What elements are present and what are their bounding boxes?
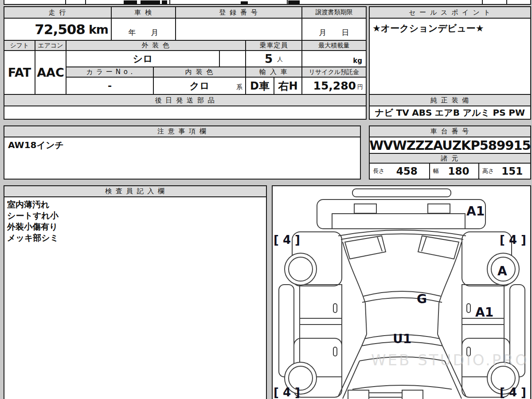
- dimension-height-cell: 高さ 151: [478, 163, 531, 180]
- cropped-text-fragment: [124, 0, 137, 4]
- dimension-length-label: 長さ: [370, 167, 384, 175]
- notes-value: AW18インチ: [4, 137, 361, 180]
- exterior-color-header: 外 装 色: [66, 40, 246, 51]
- cropped-text-fragment: [288, 0, 300, 4]
- divider: [85, 0, 86, 4]
- damage-mark-a1-rear: A1: [466, 204, 485, 219]
- rear-bar: [352, 189, 451, 197]
- hood-arc: [352, 385, 452, 389]
- capacity-header: 乗車定員: [245, 40, 302, 51]
- chassis-value: WVWZZZAUZKP589915: [369, 137, 531, 154]
- registration-header: 登 録 番 号: [175, 6, 302, 19]
- interior-color-header: 内 装 色: [153, 66, 246, 78]
- cropped-text-fragment: [162, 0, 167, 4]
- dimension-length-cell: 長さ 458: [369, 163, 430, 180]
- cabin-side: [438, 303, 439, 334]
- fender-crease: [343, 361, 360, 399]
- transfer-deadline-header: 譲渡書類期限: [301, 6, 367, 19]
- interior-color-value: クロ: [189, 79, 209, 93]
- color-no-value: -: [66, 77, 154, 95]
- rear-window-arc: [341, 234, 463, 240]
- equipment-item: ABS: [412, 107, 432, 118]
- door-handle: [333, 304, 337, 313]
- shift-value: FAT: [4, 50, 35, 95]
- trunk-lid: [332, 214, 465, 229]
- inspector-notes: 室内薄汚れ シートすれ小 外装小傷有り メッキ部シミ: [4, 196, 267, 399]
- rear-window-pane: [345, 236, 386, 259]
- rear-window-arc: [338, 230, 466, 236]
- divider: [169, 0, 170, 4]
- damage-mark-a-wheel: A: [497, 264, 507, 278]
- chassis-header: 車 台 番 号: [369, 125, 531, 137]
- equipment-item: ナビ: [375, 107, 393, 119]
- a-pillar-line: [438, 334, 442, 346]
- later-parts-value-cell: [4, 106, 367, 120]
- shift-header: シフト: [4, 40, 35, 51]
- mileage-unit: km: [89, 23, 108, 36]
- later-parts-header: 後 日 発 送 部 品: [4, 94, 367, 106]
- transfer-deadline-value-cell: 月 日: [301, 18, 367, 41]
- roof-arc: [364, 291, 441, 296]
- color-no-header: カ ラ ー N o .: [66, 66, 154, 78]
- sales-point-header: セ ー ル ス ポ イ ン ト: [369, 6, 531, 19]
- cabin-side: [365, 303, 367, 334]
- wiper-line: [377, 237, 382, 251]
- import-car-header: 輸 入 車: [245, 66, 302, 78]
- vehicle-damage-diagram: WEB STUDIO.PRO A1 [ 4 ] [ 4 ] A G A1 U1 …: [273, 186, 530, 399]
- cropped-text-fragment: [141, 0, 160, 4]
- damage-mark-4-rear-left: [ 4 ]: [274, 233, 300, 246]
- dimension-height-label: 高さ: [479, 167, 494, 175]
- aircon-value: AAC: [35, 50, 66, 95]
- inspection-value-cell: 年 月: [111, 18, 176, 41]
- dimension-width-cell: 幅 180: [429, 163, 479, 180]
- exterior-color-sub-cell: [219, 50, 246, 67]
- door-handle: [333, 347, 337, 356]
- registration-value-cell: [175, 18, 302, 41]
- damage-mark-4-rear-right: [ 4 ]: [500, 233, 526, 246]
- inspector-note-line: 外装小傷有り: [7, 221, 263, 232]
- interior-color-suffix: 系: [236, 83, 243, 91]
- equipment-item: エアB: [435, 107, 460, 119]
- equipment-header: 純 正 装 備: [369, 94, 531, 106]
- a-pillar-line: [362, 334, 367, 346]
- recycle-fee-value-cell: 15,280 円: [301, 77, 367, 95]
- damage-mark-g: G: [417, 292, 427, 306]
- auction-sheet: 走 行 車 検 登 録 番 号 譲渡書類期限 72,508 km 年 月 月 日…: [0, 0, 532, 399]
- capacity-value-cell: 5 人: [245, 50, 302, 67]
- inspection-header: 車 検: [111, 6, 176, 19]
- recycle-fee-value: 15,280: [313, 79, 356, 92]
- inspector-note-line: 室内薄汚れ: [7, 199, 263, 210]
- notes-header: 注 意 事 項 欄: [4, 125, 361, 137]
- front-bumper-right: [402, 390, 423, 399]
- dimension-height-value: 151: [494, 165, 530, 177]
- recycle-fee-unit: 円: [357, 83, 363, 91]
- exterior-color-value: シロ: [66, 50, 220, 67]
- import-car-handle: 右H: [274, 77, 302, 95]
- mileage-header: 走 行: [4, 6, 112, 19]
- dimension-width-value: 180: [439, 165, 478, 177]
- damage-mark-a1-door: A1: [475, 305, 493, 320]
- damage-mark-4-front-right: [ 4 ]: [500, 386, 526, 399]
- mileage-value-cell: 72,508 km: [4, 18, 112, 41]
- inspector-note-line: メッキ部シミ: [7, 232, 263, 243]
- aircon-header: エアコン: [35, 40, 66, 51]
- wiper-line: [422, 237, 426, 251]
- divider: [506, 0, 507, 4]
- damage-mark-4-front-left: [ 4 ]: [274, 386, 300, 399]
- max-load-value-cell: kg: [301, 50, 367, 67]
- rear-window-pane: [418, 236, 459, 259]
- roof-arc: [362, 298, 442, 303]
- equipment-row: ナビ TV ABS エアB アルミ PS PW: [369, 106, 531, 120]
- inspector-note-line: シートすれ小: [7, 210, 263, 221]
- dimensions-header: 諸 元: [369, 153, 531, 164]
- dimension-length-value: 458: [384, 165, 429, 177]
- capacity-value: 5: [265, 52, 273, 66]
- dimension-width-label: 幅: [430, 167, 439, 175]
- inspector-header: 検 査 員 記 入 欄: [4, 185, 267, 197]
- tail-light-right: [428, 204, 450, 213]
- mileage-value: 72,508: [35, 21, 85, 37]
- front-bumper-left: [348, 390, 369, 399]
- equipment-item: PS: [493, 107, 506, 118]
- equipment-item: アルミ: [463, 107, 490, 119]
- equipment-item: PW: [509, 107, 525, 118]
